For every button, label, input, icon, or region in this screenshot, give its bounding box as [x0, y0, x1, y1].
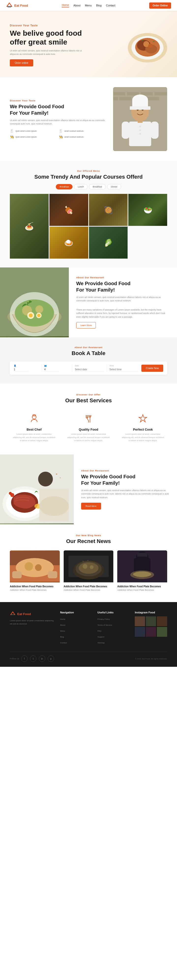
social-pinterest[interactable]: p: [48, 655, 54, 662]
best-chef-name: Best Chef: [12, 428, 56, 431]
tab-breakfast2[interactable]: Breakfast: [89, 184, 106, 189]
svg-point-33: [132, 94, 148, 105]
insta-img-4[interactable]: [135, 627, 145, 637]
footer-link-menu[interactable]: Menu: [60, 630, 65, 632]
social-twitter[interactable]: t: [30, 655, 36, 662]
read-more-button[interactable]: Read More: [81, 503, 101, 509]
insta-img-5[interactable]: [146, 627, 156, 637]
footer-follow: Follow us f t in p: [10, 655, 54, 662]
nav-link-home[interactable]: Home: [62, 3, 69, 7]
blog-2-info: Addiction When Food Plate Becomes Addict…: [64, 582, 114, 592]
footer-link-about[interactable]: About: [60, 624, 65, 626]
blog-3-info: Addiction When Food Plate Becomes Addict…: [117, 582, 167, 592]
nav-link-blog[interactable]: Blog: [96, 4, 101, 7]
restaurant1-desc1: Ut enim ad minim veniam, quis nostrud ex…: [76, 296, 170, 303]
menu-tagline: Our Offered Menu: [10, 170, 167, 172]
footer-logo: Eat Food: [10, 611, 55, 617]
nav-link-contact[interactable]: Contact: [106, 4, 115, 7]
svg-point-63: [60, 477, 61, 478]
about2-heading: We Provide Good Food For Your Family!: [81, 473, 170, 486]
footer-instagram-title: Instagram Food: [135, 611, 167, 614]
footer-bottom: Follow us f t in p © 2021 Eat Food. All …: [10, 652, 167, 662]
follow-us-label: Follow us: [10, 657, 19, 660]
insta-img-6[interactable]: [157, 627, 167, 637]
menu-img-5: 🍛: [49, 227, 88, 259]
time-label: Time: [109, 364, 139, 367]
guests-input[interactable]: [14, 368, 28, 372]
tab-breakfast[interactable]: Breakfast: [56, 184, 73, 189]
party-size-field: 👥: [44, 364, 70, 372]
date-input[interactable]: [75, 368, 104, 372]
svg-point-60: [40, 496, 69, 516]
chef-image: [113, 87, 167, 151]
blog-3-subtitle: Addiction When Food Plate Becomes: [117, 589, 167, 591]
feature-3: 👨‍🍳 Qute amet Lorem ipsum: [10, 135, 57, 139]
svg-point-68: [35, 565, 41, 571]
footer-link-terms[interactable]: Terms of Service: [97, 624, 112, 626]
nav-link-about[interactable]: About: [74, 4, 81, 7]
time-field: Time: [109, 364, 139, 372]
svg-point-75: [78, 562, 98, 574]
insta-img-2[interactable]: [146, 616, 156, 626]
footer-link-support[interactable]: Support: [97, 636, 104, 638]
order-online-button[interactable]: Order Online: [149, 2, 171, 9]
footer-useful-link-list: Privacy Policy Terms of Service FAQ Supp…: [97, 616, 130, 644]
blog-img-2: [64, 550, 114, 582]
svg-rect-70: [48, 571, 57, 579]
svg-line-47: [87, 418, 88, 420]
guests-label: 👤: [14, 364, 39, 367]
footer-link-home[interactable]: Home: [60, 618, 65, 620]
quality-food-name: Quality Food: [66, 428, 110, 431]
about1-features: 🍴 Qute amet Lorem ipsum 🍴 amet nostrud n…: [10, 129, 106, 139]
svg-rect-82: [137, 553, 147, 557]
perfect-cook-name: Perfect Cook: [121, 428, 165, 431]
chef-icon-svg: [29, 414, 39, 423]
nav-link-menu[interactable]: Menu: [85, 4, 92, 7]
insta-img-1[interactable]: [135, 616, 145, 626]
footer-link-faq[interactable]: FAQ: [97, 630, 101, 632]
menu-img-4: 🥗: [128, 194, 167, 226]
footer-social: f t in p: [21, 655, 54, 662]
nav-logo: Eat Food: [6, 2, 28, 9]
booking-heading: Book A Table: [71, 350, 105, 356]
about2-description: Ut enim ad minim veniam, quis nostrud ex…: [81, 488, 170, 499]
booking-section: About Our Restaurant Book A Table 👤 👥 Da…: [0, 337, 177, 383]
blog-2-subtitle: Addiction When Food Plate Becomes: [64, 589, 114, 591]
svg-point-76: [82, 564, 87, 569]
social-facebook[interactable]: f: [21, 655, 27, 662]
feature-1-text: Qute amet Lorem ipsum: [16, 130, 36, 132]
svg-point-77: [90, 565, 93, 569]
tab-dinner[interactable]: Dinner: [107, 184, 121, 189]
social-linkedin[interactable]: in: [39, 655, 45, 662]
blog-img-1: [10, 550, 60, 582]
about2-image: [0, 455, 74, 524]
footer-link-blog[interactable]: Blog: [60, 636, 64, 638]
hero-plate-visual: [98, 21, 167, 70]
blog-img-3: [117, 550, 167, 582]
about2-section: About Our Restaurant We Provide Good Foo…: [0, 455, 177, 524]
insta-img-3[interactable]: [157, 616, 167, 626]
party-size-input[interactable]: [44, 368, 59, 372]
book-submit-button[interactable]: Craate Now: [141, 364, 163, 372]
time-input[interactable]: [109, 368, 139, 372]
footer-link-sitemap[interactable]: Sitemap: [97, 642, 104, 644]
svg-rect-13: [113, 92, 125, 95]
footer-link-privacy[interactable]: Privacy Policy: [97, 618, 110, 620]
party-size-label: 👥: [44, 364, 70, 367]
about1-tagline: Discover Your Taste: [10, 99, 106, 102]
hero-tagline: Discover Your Taste: [10, 24, 88, 27]
hero-plate-svg: [98, 21, 167, 70]
learn-more-button[interactable]: Learn More: [76, 322, 96, 328]
hero-description: Ut enim ad minim veniam, quis nostrud ex…: [10, 49, 84, 56]
footer-copyright: © 2021 Eat Food. All rights reserved.: [135, 658, 167, 660]
about1-description: Ut enim ad minim veniam, quis nostrud ex…: [10, 119, 106, 126]
hero-cta-button[interactable]: Order online: [10, 59, 33, 67]
footer-instagram-grid: [135, 616, 167, 637]
tab-lunch[interactable]: Lunch: [74, 184, 87, 189]
hero-image: [88, 21, 167, 70]
svg-point-43: [37, 314, 41, 317]
footer-navigation: Navigation Home About Menu Blog Contact: [60, 611, 93, 646]
footer-link-contact[interactable]: Contact: [60, 642, 67, 644]
services-section: Discover Our Offer Our Best Services Bes…: [0, 383, 177, 455]
restaurant1-image: [0, 267, 69, 337]
